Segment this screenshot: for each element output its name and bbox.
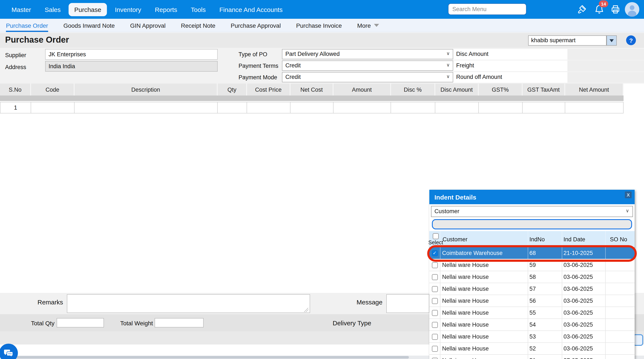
items-col-gst: GST%: [479, 84, 522, 96]
payment-terms-label: Payment Terms: [238, 63, 278, 69]
popup-title-bar[interactable]: Indent Details X: [429, 190, 635, 204]
indent-row-68[interactable]: Coimbatore Warehouse6821-10-2025: [429, 247, 635, 259]
indent-row-53[interactable]: Nellai ware House5303-06-2025: [429, 331, 635, 343]
payment-terms-select[interactable]: Credit ∨: [282, 61, 453, 71]
indent-row-ind-no-cell: 52: [528, 343, 562, 354]
row-checkbox[interactable]: [432, 310, 438, 316]
textarea-resize-grip[interactable]: [304, 308, 308, 312]
row-checkbox[interactable]: [432, 274, 438, 280]
indent-row-59[interactable]: Nellai ware House5903-06-2025: [429, 259, 635, 271]
indent-row-ind-no-cell: 54: [528, 319, 562, 330]
more-label: More: [357, 22, 371, 29]
row-checkbox[interactable]: [432, 322, 438, 328]
row-checkbox[interactable]: [432, 286, 438, 292]
chat-icon[interactable]: [0, 344, 18, 359]
popup-col-inddate: Ind Date: [562, 231, 606, 247]
topnav-item-sales[interactable]: Sales: [39, 3, 66, 16]
row-checkbox[interactable]: [432, 262, 438, 268]
indent-details-popup: Indent Details X Customer ∨ Select Custo…: [429, 190, 635, 359]
items-col-disc: Disc %: [391, 84, 435, 96]
row1-disc-cell[interactable]: [391, 102, 435, 113]
indent-row-56[interactable]: Nellai ware House5603-06-2025: [429, 295, 635, 307]
popup-filter-type-select[interactable]: Customer ∨: [431, 206, 633, 217]
items-col-description: Description: [74, 84, 218, 96]
popup-table-rows: Coimbatore Warehouse6821-10-2025Nellai w…: [429, 247, 635, 359]
search-input[interactable]: [448, 4, 526, 15]
tab-purchase-invoice[interactable]: Purchase Invoice: [296, 19, 342, 32]
row1-net-amount-cell[interactable]: [565, 102, 624, 113]
print-icon[interactable]: [609, 3, 622, 16]
round-off-amount-field[interactable]: [568, 72, 644, 83]
indent-row-55[interactable]: Nellai ware House5503-06-2025: [429, 307, 635, 319]
supplier-input[interactable]: [45, 49, 218, 60]
indent-row-51[interactable]: Nellai ware House5127-05-2025: [429, 355, 635, 359]
items-table-subheader-bar: [0, 96, 624, 101]
row1-description-cell[interactable]: [74, 102, 218, 113]
topnav-item-finance-and-accounts[interactable]: Finance And Accounts: [214, 3, 288, 16]
row-checkbox[interactable]: [432, 357, 438, 359]
tab-purchase-approval[interactable]: Purchase Approval: [231, 19, 281, 32]
topnav-item-tools[interactable]: Tools: [185, 3, 211, 16]
message-box[interactable]: [386, 294, 429, 313]
freight-field[interactable]: [568, 61, 644, 71]
row-checkbox[interactable]: [432, 345, 438, 351]
indent-row-57[interactable]: Nellai ware House5703-06-2025: [429, 283, 635, 295]
remarks-textarea[interactable]: [67, 294, 310, 313]
payment-mode-select[interactable]: Credit ∨: [282, 72, 453, 82]
total-qty-input[interactable]: [57, 318, 104, 327]
user-avatar[interactable]: [625, 2, 639, 17]
indent-row-customer-cell: Nellai ware House: [440, 331, 528, 342]
items-col-net-cost: Net Cost: [290, 84, 334, 96]
row-checkbox[interactable]: [432, 334, 438, 339]
theme-brush-icon[interactable]: [576, 3, 588, 16]
indent-row-customer-cell: Nellai ware House: [440, 283, 528, 295]
tab-more[interactable]: More: [357, 19, 379, 32]
tab-purchase-order[interactable]: Purchase Order: [6, 19, 48, 32]
select-all-checkbox[interactable]: [433, 233, 439, 239]
row1-disc-amount-cell[interactable]: [435, 102, 479, 113]
indent-row-select-cell: [429, 295, 440, 306]
indent-row-58[interactable]: Nellai ware House5803-06-2025: [429, 271, 635, 283]
scrollbar-thumb[interactable]: [13, 356, 409, 358]
top-nav-items: MasterSalesPurchaseInventoryReportsTools…: [6, 3, 288, 16]
items-table-header: S.NoCodeDescriptionQtyCost PriceNet Cost…: [0, 84, 624, 96]
row1-cost-price-cell[interactable]: [247, 102, 290, 113]
company-selector-dropdown-button[interactable]: [606, 35, 617, 46]
row-checkbox[interactable]: [432, 298, 438, 304]
topnav-item-reports[interactable]: Reports: [149, 3, 183, 16]
indent-row-customer-cell: Coimbatore Warehouse: [440, 247, 528, 259]
indent-row-52[interactable]: Nellai ware House5203-06-2025: [429, 343, 635, 355]
indent-row-54[interactable]: Nellai ware House5403-06-2025: [429, 319, 635, 331]
topnav-item-inventory[interactable]: Inventory: [110, 3, 147, 16]
row1-amount-cell[interactable]: [334, 102, 391, 113]
popup-filter-input[interactable]: [432, 219, 632, 229]
indent-row-ind-no-cell: 68: [528, 247, 562, 259]
topnav-item-purchase[interactable]: Purchase: [69, 3, 107, 16]
indent-row-customer-cell: Nellai ware House: [440, 295, 528, 306]
topnav-item-master[interactable]: Master: [6, 3, 37, 16]
company-selector-field[interactable]: khabib supermart: [528, 35, 606, 46]
popup-title: Indent Details: [434, 193, 476, 201]
indent-row-customer-cell: Nellai ware House: [440, 319, 528, 330]
tab-goods-inward-note[interactable]: Goods Inward Note: [64, 19, 115, 32]
page-title: Purchase Order: [5, 35, 69, 45]
tab-receipt-note[interactable]: Receipt Note: [181, 19, 215, 32]
row1-net-cost-cell[interactable]: [290, 102, 334, 113]
row1-qty-cell[interactable]: [218, 102, 247, 113]
indent-row-select-cell: [429, 355, 440, 359]
row1-gst-cell[interactable]: [479, 102, 522, 113]
notifications-bell-icon[interactable]: 14: [593, 3, 606, 16]
total-weight-input[interactable]: [154, 318, 204, 327]
notification-count-badge: 14: [599, 1, 608, 7]
tab-gin-approval[interactable]: GIN Approval: [130, 19, 166, 32]
indent-row-ind-no-cell: 59: [528, 259, 562, 271]
type-of-po-select[interactable]: Part Delivery Allowed ∨: [282, 49, 453, 59]
help-icon[interactable]: ?: [626, 35, 636, 45]
row1-gst-taxamt-cell[interactable]: [522, 102, 565, 113]
row-checkbox-checked[interactable]: [432, 250, 438, 256]
row1-code-cell[interactable]: [31, 102, 74, 113]
disc-amount-field[interactable]: [568, 49, 644, 60]
indent-row-ind-date-cell: 03-06-2025: [562, 259, 606, 271]
close-icon[interactable]: X: [625, 191, 632, 198]
indent-row-so-no-cell: [606, 295, 635, 306]
